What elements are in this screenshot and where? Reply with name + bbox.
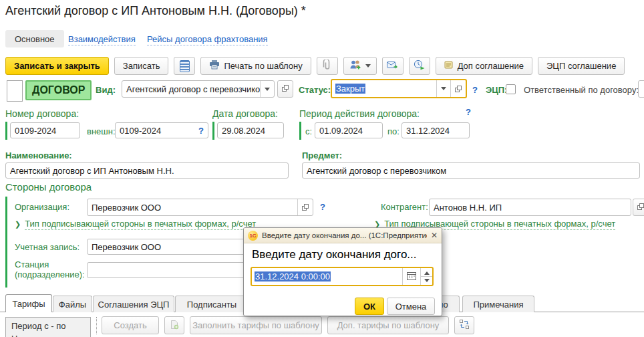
nav-tab-main[interactable]: Основное xyxy=(5,30,64,47)
attachments-button[interactable] xyxy=(317,57,338,75)
list-icon xyxy=(180,60,190,72)
contract-badge: ДОГОВОР xyxy=(25,80,92,100)
organization-label: Организация: xyxy=(15,202,69,212)
status-label: Статус: xyxy=(299,85,331,95)
extra-tariffs-button[interactable]: Доп. тарифы по шаблону xyxy=(327,316,449,334)
dialog-titlebar[interactable]: 1С Введите дату окончания до... (1С:Пред… xyxy=(244,228,442,243)
chevron-down-icon xyxy=(424,279,430,285)
fill-tariffs-button[interactable]: Заполнить тарифы по шаблону xyxy=(190,316,322,334)
save-and-close-button[interactable]: Записать и закрыть xyxy=(5,57,109,75)
dropdown-button[interactable] xyxy=(260,81,274,97)
calendar-icon xyxy=(407,271,416,282)
kind-combobox[interactable]: Агентский договор с перевозчико xyxy=(122,80,275,98)
dialog-date-field[interactable]: 31.12.2024 0:00:00 xyxy=(251,267,434,286)
create-button[interactable]: Создать xyxy=(102,316,159,334)
send-email-button[interactable] xyxy=(382,57,404,75)
station-label-line1: Станция xyxy=(15,259,49,269)
parties-header: Стороны договора xyxy=(5,181,92,193)
open-form-icon xyxy=(301,203,309,211)
date-spinner xyxy=(420,268,432,285)
status-open-button[interactable] xyxy=(450,80,466,97)
chevron-down-icon xyxy=(365,64,371,70)
section-bar xyxy=(5,197,7,288)
document-plus-icon xyxy=(170,320,179,332)
external-number-label: внешн: xyxy=(87,126,116,136)
page-title: Агентский договор с ИП Антоновым Н.Н. (Д… xyxy=(5,4,306,18)
reorder-button[interactable] xyxy=(454,316,474,334)
register-records-button[interactable] xyxy=(174,57,195,75)
organization-open-button[interactable] xyxy=(297,199,313,215)
paperclip-icon xyxy=(323,60,332,72)
counterparty-field[interactable]: Антонов Н.Н. ИП xyxy=(429,199,631,216)
dialog-title: Введите дату окончания до... (1С:Предпри… xyxy=(262,231,427,239)
period-column-header[interactable]: Период с - по Наименование xyxy=(5,317,91,337)
responsible-input[interactable] xyxy=(638,80,644,98)
subject-label: Предмет: xyxy=(302,150,342,160)
period-label: Период действия договора: xyxy=(299,108,420,119)
external-number-input[interactable]: 0109-2024 xyxy=(115,122,208,138)
spinner-down-button[interactable] xyxy=(421,276,432,285)
counterparty-open-button[interactable] xyxy=(633,199,644,216)
period-to-label: по: xyxy=(387,126,399,136)
chevron-down-icon xyxy=(441,87,446,93)
kind-open-button[interactable] xyxy=(277,80,293,98)
name-label: Наименование: xyxy=(5,150,72,160)
chevron-right-icon: ❯ xyxy=(15,220,21,228)
ok-button[interactable]: ОК xyxy=(355,298,384,315)
number-input[interactable]: 0109-2024 xyxy=(10,122,80,138)
open-form-icon xyxy=(637,203,644,213)
status-help-link[interactable]: ? xyxy=(472,85,478,95)
date-label: Дата договора: xyxy=(212,108,278,119)
subject-input[interactable]: Агентский договор с перевозчиком xyxy=(302,162,640,179)
account-label: Учетная запись: xyxy=(15,242,79,252)
mail-forward-icon xyxy=(387,60,398,72)
tab-notes[interactable]: Примечания xyxy=(462,296,534,312)
nav-tab-interactions[interactable]: Взаимодействия xyxy=(68,34,136,44)
close-icon[interactable]: ✕ xyxy=(431,231,438,240)
ecp-checkbox[interactable] xyxy=(506,84,516,94)
required-bar xyxy=(5,122,7,140)
contract-date-input[interactable]: 29.08.2024 xyxy=(217,122,284,138)
responsible-label: Ответственный по договору: xyxy=(524,85,639,95)
name-input[interactable]: Агентский договор с ИП Антоновым Н.Н. xyxy=(5,162,289,179)
chevron-down-icon xyxy=(265,88,270,94)
contact-persons-button[interactable] xyxy=(343,57,377,75)
save-button[interactable]: Записать xyxy=(114,57,169,75)
signer-type-link-left[interactable]: ❯Тип подписывающей стороны в печатных фо… xyxy=(15,219,256,229)
print-by-template-button[interactable]: Печать по шаблону xyxy=(200,57,311,75)
nav-tab-voyages[interactable]: Рейсы договора фрахтования xyxy=(147,34,268,44)
period-to-input[interactable]: 31.12.2024 xyxy=(401,122,470,138)
calendar-button[interactable] xyxy=(402,268,420,285)
tab-ecp-agreements[interactable]: Соглашения ЭЦП xyxy=(93,296,174,312)
open-form-icon xyxy=(454,85,462,93)
required-bar xyxy=(212,122,214,140)
open-form-icon xyxy=(281,84,289,94)
spinner-up-button[interactable] xyxy=(421,268,432,276)
ecp-agreement-button[interactable]: ЭЦП соглашение xyxy=(538,57,625,75)
date-input-dialog: 1С Введите дату окончания до... (1С:Пред… xyxy=(243,227,442,316)
tab-signers[interactable]: Подписанты xyxy=(175,296,249,312)
station-label-line2: (подразделение): xyxy=(15,269,85,279)
tab-files[interactable]: Файлы xyxy=(53,296,92,312)
ecp-label: ЭЦП: xyxy=(486,85,507,95)
status-combobox[interactable]: Закрыт xyxy=(331,79,467,98)
cancel-button[interactable]: Отмена xyxy=(387,298,435,315)
organization-field[interactable]: Перевозчик ООО xyxy=(87,199,313,216)
history-button[interactable] xyxy=(409,57,430,75)
toolbar-splitter[interactable] xyxy=(96,317,97,334)
period-from-label: с: xyxy=(305,126,312,136)
chevron-up-icon xyxy=(424,269,430,275)
period-help-link[interactable]: ? xyxy=(466,107,471,117)
required-bar xyxy=(299,122,301,140)
number-label: Номер договора: xyxy=(5,108,79,119)
organization-help-link[interactable]: ? xyxy=(320,202,325,212)
tab-tariffs[interactable]: Тарифы xyxy=(5,294,52,312)
extra-agreement-button[interactable]: Доп соглашение xyxy=(436,57,532,75)
dropdown-button[interactable] xyxy=(436,80,450,97)
create-copy-button[interactable] xyxy=(164,316,184,334)
kind-label: Вид: xyxy=(96,85,116,95)
clock-arrow-icon xyxy=(414,60,425,72)
number-help-link[interactable]: ? xyxy=(198,126,204,136)
dialog-heading: Введите дату окончания дого... xyxy=(252,248,417,261)
period-from-input[interactable]: 01.09.2024 xyxy=(315,122,383,138)
